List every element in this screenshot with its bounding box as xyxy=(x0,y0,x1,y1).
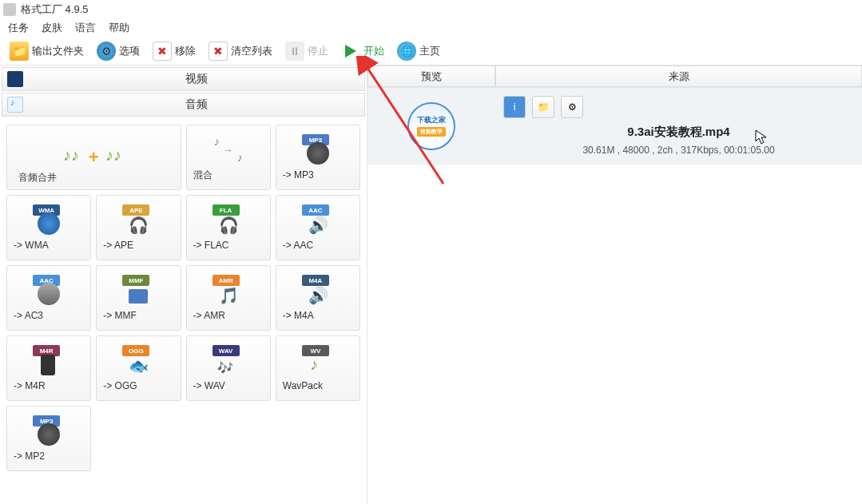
format-mp2[interactable]: MP3 -> MP2 xyxy=(6,406,91,471)
svg-marker-0 xyxy=(345,45,356,58)
format-amr[interactable]: AMR🎵 -> AMR xyxy=(186,265,271,331)
format-ogg[interactable]: OGG🐟 -> OGG xyxy=(96,335,181,401)
window-title: 格式工厂 4.9.5 xyxy=(21,2,89,17)
folder-icon: 📁 xyxy=(10,42,29,61)
stop-icon: ⏸ xyxy=(285,42,304,61)
format-audio-merge[interactable]: ♪♪ + ♪♪ 音频合并 xyxy=(6,125,181,190)
start-button[interactable]: 开始 xyxy=(336,40,389,62)
clear-list-button[interactable]: ✖ 清空列表 xyxy=(204,40,277,62)
file-row[interactable]: 下载之家 技能教学 i 📁 ⚙ 9.3ai安装教程.mp4 30.61M , 4… xyxy=(367,88,862,165)
format-grid: ♪♪ + ♪♪ 音频合并 ♪♪→ 混合 MP3 -> MP3 WMA -> WM… xyxy=(0,118,367,478)
folder-icon: 📁 xyxy=(538,101,550,113)
menu-help[interactable]: 帮助 xyxy=(109,21,129,35)
format-mp3[interactable]: MP3 -> MP3 xyxy=(276,125,360,190)
right-headers: 预览 来源 xyxy=(367,65,862,88)
titlebar: 格式工厂 4.9.5 xyxy=(0,0,862,19)
file-folder-button[interactable]: 📁 xyxy=(532,96,554,118)
category-video[interactable]: 视频 xyxy=(2,67,365,91)
main-area: 视频 音频 ♪♪ + ♪♪ 音频合并 ♪♪→ 混合 MP3 -> MP3 xyxy=(0,65,862,504)
file-preview-cell: 下载之家 技能教学 xyxy=(367,88,495,164)
preview-thumbnail: 下载之家 技能教学 xyxy=(407,102,455,150)
file-info: 30.61M , 48000 , 2ch , 317Kbps, 00:01:05… xyxy=(503,145,854,156)
file-actions: i 📁 ⚙ xyxy=(503,96,854,118)
app-icon xyxy=(3,3,16,16)
toolbar: 📁 输出文件夹 ⚙ 选项 ✖ 移除 ✖ 清空列表 ⏸ 停止 开始 🌐 主页 xyxy=(0,37,862,65)
gear-icon: ⚙ xyxy=(568,101,577,113)
options-button[interactable]: ⚙ 选项 xyxy=(92,40,145,62)
file-detail-cell: i 📁 ⚙ 9.3ai安装教程.mp4 30.61M , 48000 , 2ch… xyxy=(495,88,862,164)
header-source[interactable]: 来源 xyxy=(495,65,862,87)
right-panel: 预览 来源 下载之家 技能教学 i 📁 ⚙ 9.3ai安装教程.mp4 30.6… xyxy=(367,65,862,504)
remove-icon: ✖ xyxy=(153,42,172,61)
output-folder-button[interactable]: 📁 输出文件夹 xyxy=(5,40,89,62)
format-ac3[interactable]: AAC -> AC3 xyxy=(6,265,91,331)
menu-task[interactable]: 任务 xyxy=(8,21,29,35)
remove-button[interactable]: ✖ 移除 xyxy=(148,40,201,62)
globe-icon: 🌐 xyxy=(397,42,416,61)
file-info-button[interactable]: i xyxy=(503,96,526,118)
format-wav[interactable]: WAV🎶 -> WAV xyxy=(186,335,271,401)
clear-icon: ✖ xyxy=(209,42,228,61)
file-name: 9.3ai安装教程.mp4 xyxy=(503,125,854,140)
audio-icon xyxy=(7,97,23,113)
left-panel: 视频 音频 ♪♪ + ♪♪ 音频合并 ♪♪→ 混合 MP3 -> MP3 xyxy=(0,65,367,504)
format-m4a[interactable]: M4A🔊 -> M4A xyxy=(276,265,360,331)
menu-lang[interactable]: 语言 xyxy=(75,21,96,35)
menu-skin[interactable]: 皮肤 xyxy=(42,21,62,35)
menubar: 任务 皮肤 语言 帮助 xyxy=(0,19,862,37)
format-flac[interactable]: FLA🎧 -> FLAC xyxy=(186,195,271,260)
home-button[interactable]: 🌐 主页 xyxy=(392,40,445,62)
video-icon xyxy=(7,71,23,87)
play-icon xyxy=(341,42,360,61)
format-ape[interactable]: APE🎧 -> APE xyxy=(96,195,181,260)
gear-icon: ⚙ xyxy=(97,42,116,61)
category-audio[interactable]: 音频 xyxy=(2,93,365,117)
format-mix[interactable]: ♪♪→ 混合 xyxy=(186,125,271,190)
format-aac[interactable]: AAC🔊 -> AAC xyxy=(276,195,360,260)
format-mmf[interactable]: MMF -> MMF xyxy=(96,265,181,331)
file-settings-button[interactable]: ⚙ xyxy=(561,96,583,118)
format-wma[interactable]: WMA -> WMA xyxy=(6,195,91,260)
stop-button[interactable]: ⏸ 停止 xyxy=(280,40,333,62)
format-m4r[interactable]: M4R -> M4R xyxy=(6,335,91,401)
format-wavpack[interactable]: WV♪ WavPack xyxy=(276,335,360,401)
header-preview[interactable]: 预览 xyxy=(367,65,495,87)
